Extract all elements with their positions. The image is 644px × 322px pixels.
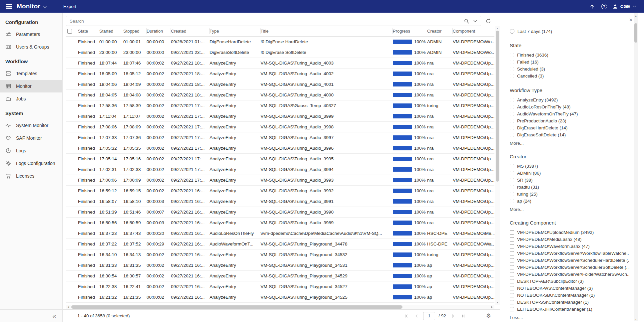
checkbox[interactable]: [510, 67, 514, 71]
table-row[interactable]: Finished17:07:3317:07:3600:00:0209/27/20…: [66, 132, 494, 143]
sidebar-item-logs-configuration[interactable]: Logs Configuration: [0, 157, 62, 170]
filter-option[interactable]: VM-DPEDEMO\Waveform.ashx (47): [510, 243, 629, 250]
table-row[interactable]: Finished17:05:1417:05:1600:00:0209/27/20…: [66, 154, 494, 164]
column-header-progress[interactable]: Progress: [393, 28, 427, 34]
vertical-scroll-thumb[interactable]: [496, 31, 499, 182]
checkbox[interactable]: [510, 192, 514, 196]
table-row[interactable]: Finished01:00:0001:00:0100:00:0009/28/20…: [66, 37, 494, 47]
previous-page-icon[interactable]: [413, 313, 420, 319]
filter-option[interactable]: PreProductionAudio (23): [510, 117, 629, 124]
horizontal-scroll-track[interactable]: [71, 305, 490, 309]
panel-scroll-track[interactable]: [634, 18, 638, 317]
scroll-right-icon[interactable]: ▶: [490, 305, 494, 309]
table-row[interactable]: Finished16:51:3916:51:4600:00:0709/27/20…: [66, 207, 494, 218]
table-row[interactable]: Finished16:59:1216:59:1500:00:0209/27/20…: [66, 186, 494, 196]
search-options-chevron-down-icon[interactable]: [471, 17, 479, 25]
sidebar-item-users-groups[interactable]: Users & Groups: [0, 41, 62, 53]
time-filter-last-7-days[interactable]: Last 7 days (174): [510, 28, 629, 35]
checkbox[interactable]: [510, 74, 514, 78]
table-row[interactable]: Finished16:31:3316:31:3500:00:0209/27/20…: [66, 260, 494, 271]
show-more-link[interactable]: More...: [510, 207, 629, 212]
column-header-creator[interactable]: Creator: [427, 28, 453, 34]
vertical-scroll-track[interactable]: [495, 31, 500, 300]
table-row[interactable]: Finished18:05:0918:05:1200:00:0209/27/20…: [66, 69, 494, 79]
filter-option[interactable]: Cancelled (3): [510, 73, 629, 80]
checkbox[interactable]: [510, 272, 514, 276]
show-more-link[interactable]: More...: [510, 141, 629, 146]
checkbox[interactable]: [510, 279, 514, 283]
filter-option[interactable]: NOTEBOOK-WS\ContentManager (3): [510, 285, 629, 292]
table-row[interactable]: Finished16:37:2316:37:4300:00:2009/27/20…: [66, 228, 494, 239]
checkbox[interactable]: [510, 119, 514, 123]
checkbox[interactable]: [510, 185, 514, 189]
scroll-left-icon[interactable]: ◀: [66, 305, 71, 309]
checkbox[interactable]: [510, 307, 514, 311]
filter-option[interactable]: ap (24): [510, 198, 629, 205]
scroll-down-icon[interactable]: ▼: [495, 300, 500, 305]
filter-option[interactable]: MS (3387): [510, 163, 629, 170]
checkbox[interactable]: [510, 164, 514, 168]
close-filter-panel-icon[interactable]: ×: [629, 17, 633, 23]
horizontal-scroll-thumb[interactable]: [71, 305, 402, 309]
last-page-icon[interactable]: [459, 313, 466, 319]
filter-option[interactable]: VM-DPEDEMO\WorkflowServer\WorkflowTableW…: [510, 250, 629, 257]
panel-scroll-down-icon[interactable]: ▼: [634, 317, 638, 321]
refresh-icon[interactable]: [484, 17, 492, 25]
radio-button[interactable]: [510, 29, 514, 34]
column-header-type[interactable]: Type: [210, 28, 261, 34]
table-row[interactable]: Finished16:50:5616:50:5900:00:0309/27/20…: [66, 218, 494, 228]
checkbox[interactable]: [510, 265, 514, 269]
filter-option[interactable]: VM-DPEDEMO\Media.ashx (48): [510, 236, 629, 243]
table-row[interactable]: Finished16:21:3216:21:3500:00:0209/27/20…: [66, 292, 494, 303]
checkbox[interactable]: [510, 251, 514, 255]
checkbox[interactable]: [510, 286, 514, 290]
table-row[interactable]: Finished18:04:0618:04:0900:00:0209/27/20…: [66, 79, 494, 90]
first-page-icon[interactable]: [403, 313, 410, 319]
checkbox[interactable]: [510, 53, 514, 57]
search-input[interactable]: [70, 19, 462, 24]
column-header-created[interactable]: Created: [171, 28, 210, 34]
checkbox[interactable]: [510, 199, 514, 203]
table-row[interactable]: Finished17:00:0617:00:0900:00:0209/27/20…: [66, 175, 494, 186]
column-header-title[interactable]: Title: [261, 28, 393, 34]
filter-option[interactable]: SR (38): [510, 177, 629, 184]
filter-option[interactable]: AudioLoResOnTheFly (48): [510, 103, 629, 110]
sidebar-item-parameters[interactable]: Parameters: [0, 28, 62, 41]
table-row[interactable]: Finished18:04:0518:04:0800:00:0209/27/20…: [66, 90, 494, 100]
column-header-state[interactable]: State: [78, 28, 99, 34]
checkbox[interactable]: [510, 237, 514, 242]
panel-scroll-up-icon[interactable]: ▲: [634, 13, 638, 18]
table-row[interactable]: Finished16:30:5416:30:5700:00:0209/27/20…: [66, 271, 494, 281]
filter-option[interactable]: ADMIN (86): [510, 170, 629, 177]
filter-option[interactable]: Scheduled (3): [510, 66, 629, 73]
next-page-icon[interactable]: [449, 313, 456, 319]
panel-scrollbar[interactable]: ▲ ▼: [634, 13, 638, 321]
help-icon[interactable]: ?: [601, 4, 607, 9]
page-number-input[interactable]: [423, 312, 435, 320]
table-row[interactable]: Finished17:11:0417:11:0700:00:0209/27/20…: [66, 111, 494, 122]
user-menu[interactable]: CGE: [612, 4, 637, 9]
sidebar-item-monitor[interactable]: Monitor: [0, 80, 62, 92]
checkbox[interactable]: [510, 133, 514, 137]
scroll-up-icon[interactable]: ▲: [495, 26, 500, 31]
filter-option[interactable]: DESKTOP-SSI\ContentManager (1): [510, 299, 629, 306]
column-header-started[interactable]: Started: [99, 28, 123, 34]
filter-option[interactable]: VM-DPEDEMO\WorkflowServer\FolderWatcherS…: [510, 271, 629, 278]
filter-option[interactable]: DESKTOP-AER\SubclipEditor (3): [510, 278, 629, 285]
checkbox[interactable]: [510, 105, 514, 109]
table-row[interactable]: Finished23:00:0023:00:0000:00:0009/27/20…: [66, 47, 494, 58]
filter-option[interactable]: ELITEBOOK-JHI\ContentManager (1): [510, 306, 629, 313]
table-row[interactable]: Finished16:34:1016:34:1300:00:0209/27/20…: [66, 249, 494, 260]
filter-option[interactable]: AnalyzeEntry (3492): [510, 96, 629, 103]
filter-option[interactable]: roadtu (31): [510, 184, 629, 191]
checkbox[interactable]: [510, 244, 514, 248]
checkbox[interactable]: [510, 178, 514, 182]
filter-option[interactable]: DigEraseHardDelete (14): [510, 124, 629, 131]
filter-option[interactable]: AudioWaveformOnTheFly (47): [510, 110, 629, 117]
filter-option[interactable]: NOTEBOOK-SBU\ContentManager (2): [510, 292, 629, 299]
sidebar-item-saf-monitor[interactable]: SAF Monitor: [0, 132, 62, 144]
checkbox[interactable]: [510, 60, 514, 64]
sidebar-item-system-monitor[interactable]: System Monitor: [0, 119, 62, 132]
table-row[interactable]: Finished17:02:3117:02:3300:00:0209/27/20…: [66, 164, 494, 175]
filter-option[interactable]: VM-DPEDEMO\WorkflowServer\SchedulerSoftD…: [510, 264, 629, 271]
